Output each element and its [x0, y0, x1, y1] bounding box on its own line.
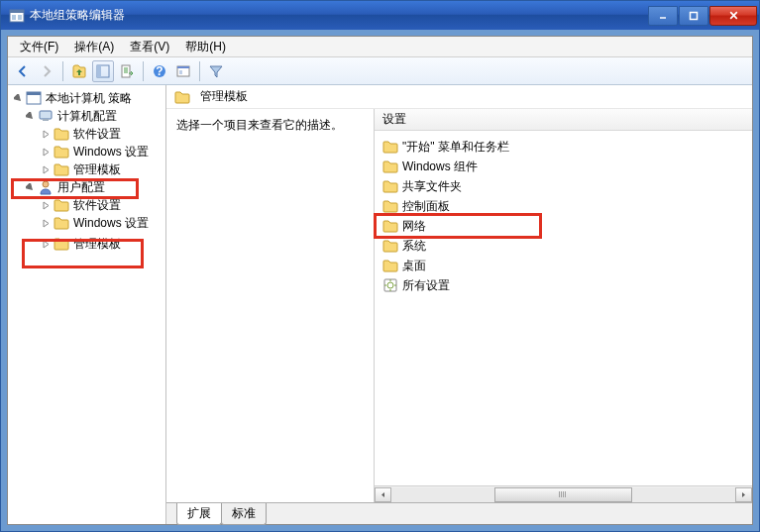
filter-button[interactable] — [205, 60, 227, 82]
svg-text:?: ? — [156, 64, 163, 78]
settings-icon — [382, 277, 398, 293]
toolbar-separator — [199, 61, 200, 81]
description-pane: 选择一个项目来查看它的描述。 — [166, 109, 375, 502]
tab-standard[interactable]: 标准 — [221, 503, 267, 525]
folder-icon — [54, 215, 69, 231]
menu-action[interactable]: 操作(A) — [66, 37, 122, 57]
expander-icon[interactable] — [40, 146, 52, 158]
scroll-right-button[interactable] — [735, 487, 752, 502]
folder-icon — [54, 161, 69, 177]
export-list-button[interactable] — [116, 60, 138, 82]
svg-rect-9 — [97, 65, 101, 77]
tree-cc-software[interactable]: 软件设置 — [8, 125, 165, 143]
folder-icon — [382, 178, 398, 194]
tree-panel: 本地计算机 策略 计算机配置 软件设置 — [8, 85, 166, 524]
svg-rect-20 — [27, 92, 41, 95]
description-prompt: 选择一个项目来查看它的描述。 — [176, 118, 343, 132]
policy-icon — [26, 90, 42, 106]
expander-icon[interactable] — [12, 92, 24, 104]
expander-icon[interactable] — [40, 128, 52, 140]
list-item-desktop[interactable]: 桌面 — [375, 256, 752, 275]
svg-rect-18 — [179, 70, 182, 74]
svg-rect-1 — [10, 10, 24, 13]
scroll-track[interactable] — [391, 487, 735, 502]
breadcrumb: 管理模板 — [166, 85, 752, 109]
toolbar: ? — [8, 57, 752, 85]
list-item-system[interactable]: 系统 — [375, 236, 752, 256]
svg-rect-3 — [18, 15, 22, 20]
minimize-button[interactable] — [648, 6, 678, 26]
folder-icon — [382, 139, 398, 155]
folder-icon — [382, 159, 398, 174]
settings-list: "开始" 菜单和任务栏 Windows 组件 共享文件夹 控制面板 网络 系统 … — [375, 131, 752, 485]
folder-icon — [174, 89, 190, 105]
svg-rect-21 — [40, 111, 52, 119]
svg-rect-17 — [177, 66, 189, 68]
menu-help[interactable]: 帮助(H) — [177, 37, 234, 57]
expander-icon[interactable] — [40, 217, 52, 229]
folder-icon — [382, 238, 398, 254]
details-panel: 管理模板 选择一个项目来查看它的描述。 设置 "开始 — [166, 85, 752, 524]
app-icon — [9, 8, 25, 24]
expander-icon[interactable] — [24, 110, 36, 122]
folder-icon — [54, 144, 69, 160]
tree-uc-windows[interactable]: Windows 设置 — [8, 214, 165, 232]
tab-extended[interactable]: 扩展 — [176, 503, 222, 525]
show-hide-tree-button[interactable] — [92, 60, 114, 82]
help-button[interactable]: ? — [149, 60, 170, 82]
horizontal-scrollbar[interactable] — [375, 485, 752, 502]
computer-icon — [38, 108, 54, 124]
folder-icon — [54, 197, 69, 213]
toolbar-separator — [62, 61, 63, 81]
folder-icon — [382, 198, 398, 214]
expander-icon[interactable] — [40, 199, 52, 211]
close-button[interactable] — [709, 6, 757, 26]
breadcrumb-title: 管理模板 — [200, 88, 248, 105]
toolbar-separator — [143, 61, 144, 81]
highlight-box-user-config — [11, 178, 139, 199]
maximize-button[interactable] — [679, 6, 708, 26]
list-item-windows-components[interactable]: Windows 组件 — [375, 157, 752, 176]
tree-root[interactable]: 本地计算机 策略 — [8, 89, 165, 107]
titlebar[interactable]: 本地组策略编辑器 — [1, 1, 759, 30]
tab-strip: 扩展 标准 — [166, 502, 752, 524]
svg-rect-22 — [43, 119, 49, 121]
forward-button[interactable] — [36, 60, 57, 82]
folder-icon — [382, 258, 398, 273]
list-item-all-settings[interactable]: 所有设置 — [375, 275, 752, 295]
svg-rect-2 — [12, 15, 16, 20]
svg-rect-5 — [691, 12, 698, 19]
tree-computer-config[interactable]: 计算机配置 — [8, 107, 165, 125]
highlight-box-admin-templates-tree — [22, 239, 144, 268]
menu-view[interactable]: 查看(V) — [122, 37, 177, 57]
highlight-box-control-panel-list — [374, 213, 542, 239]
expander-icon[interactable] — [40, 163, 52, 175]
folder-icon — [54, 126, 69, 142]
tree-cc-admin[interactable]: 管理模板 — [8, 160, 165, 178]
up-button[interactable] — [68, 60, 90, 82]
back-button[interactable] — [12, 60, 34, 82]
svg-rect-10 — [122, 65, 130, 77]
tree-cc-windows[interactable]: Windows 设置 — [8, 143, 165, 160]
list-header-setting[interactable]: 设置 — [375, 109, 752, 131]
properties-button[interactable] — [172, 60, 194, 82]
menu-file[interactable]: 文件(F) — [12, 37, 66, 57]
window-title: 本地组策略编辑器 — [30, 7, 648, 24]
list-item-shared-folders[interactable]: 共享文件夹 — [375, 176, 752, 196]
scroll-thumb[interactable] — [494, 487, 632, 502]
list-item-start-menu[interactable]: "开始" 菜单和任务栏 — [375, 137, 752, 157]
menubar: 文件(F) 操作(A) 查看(V) 帮助(H) — [8, 37, 752, 57]
scroll-left-button[interactable] — [375, 487, 391, 502]
